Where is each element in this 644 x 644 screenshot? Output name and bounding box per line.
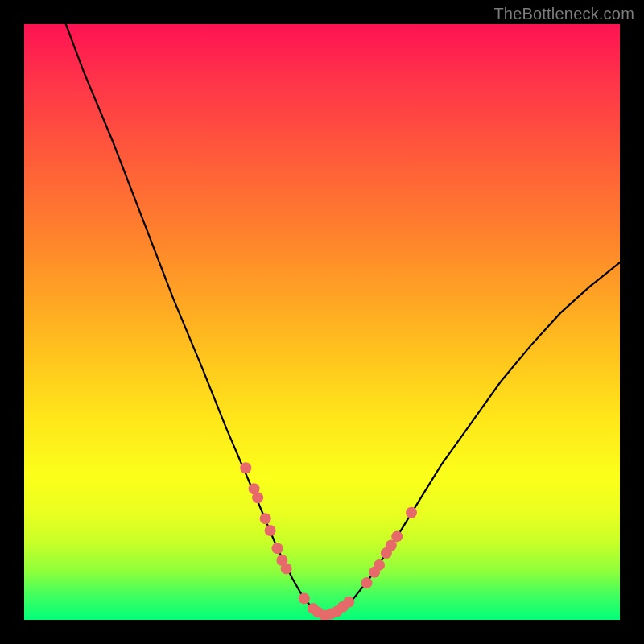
data-marker bbox=[361, 577, 373, 588]
data-marker bbox=[299, 592, 310, 604]
data-marker bbox=[272, 543, 283, 554]
data-marker bbox=[406, 507, 417, 518]
watermark-text: TheBottleneck.com bbox=[493, 5, 634, 23]
data-marker bbox=[265, 525, 276, 536]
data-marker bbox=[343, 597, 354, 608]
data-marker bbox=[252, 492, 263, 503]
data-marker bbox=[260, 513, 271, 524]
bottleneck-curve bbox=[66, 24, 620, 617]
data-markers bbox=[240, 462, 417, 620]
plot-area bbox=[24, 24, 620, 620]
chart-frame: TheBottleneck.com bbox=[0, 0, 644, 644]
data-marker bbox=[240, 462, 251, 473]
data-marker bbox=[391, 530, 402, 542]
data-marker bbox=[281, 563, 292, 574]
data-marker bbox=[374, 559, 385, 571]
chart-svg bbox=[24, 24, 620, 620]
